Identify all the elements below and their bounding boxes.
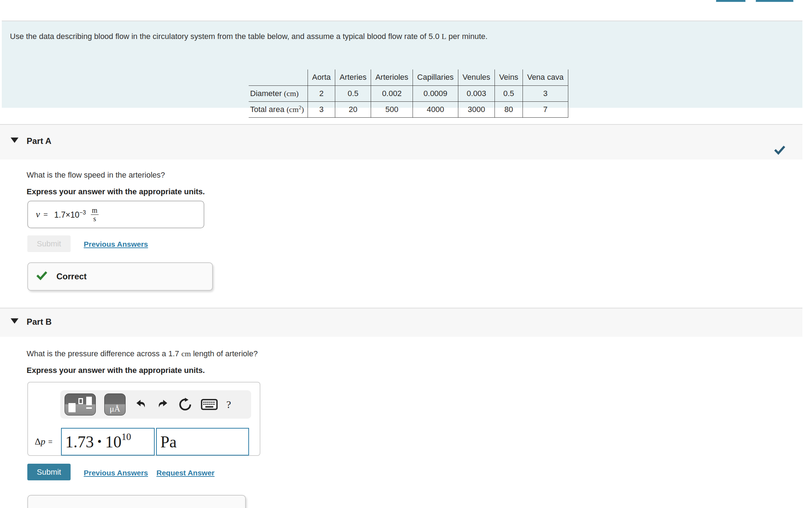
row-label-total-area: Total area (cm2) — [249, 101, 308, 117]
template-fraction-num-icon — [86, 397, 92, 405]
redo-icon — [156, 398, 170, 411]
math-templates-button[interactable] — [65, 393, 96, 415]
collapse-triangle-icon[interactable] — [11, 138, 18, 143]
part-b-previous-answers-link[interactable]: Previous Answers — [84, 469, 148, 477]
col-header-venules: Venules — [458, 69, 495, 85]
part-complete-check-icon — [774, 145, 785, 157]
header-button-partial-left[interactable] — [716, 0, 746, 2]
units-templates-button[interactable]: μÅ — [104, 393, 126, 415]
cell-diameter-vena-cava: 3 — [523, 85, 568, 101]
col-header-veins: Veins — [495, 69, 523, 85]
col-header-vena-cava: Vena cava — [523, 69, 568, 85]
table-row-total-area: Total area (cm2) 3 20 500 4000 3000 80 7 — [249, 101, 568, 117]
correct-check-icon — [37, 270, 47, 283]
units-glyph-icon: μÅ — [105, 404, 125, 414]
equals-sign: = — [48, 437, 53, 446]
keyboard-button[interactable] — [201, 399, 218, 410]
cell-diameter-arterioles: 0.002 — [371, 85, 413, 101]
cell-diameter-capillaries: 0.0009 — [413, 85, 458, 101]
row-label-text: Total area — [250, 105, 287, 114]
part-a-instruction: Express your answer with the appropriate… — [27, 187, 205, 196]
part-b-answer-editor: μÅ ? Δp = — [27, 382, 260, 456]
collapse-triangle-icon[interactable] — [11, 318, 18, 324]
reset-icon — [178, 397, 192, 412]
problem-statement: Use the data describing blood flow in th… — [10, 32, 487, 41]
value-base: 1010 — [105, 432, 131, 451]
row-label-unit: (cm) — [284, 89, 299, 98]
answer-value: 1.7×10−3 — [54, 210, 86, 220]
part-a-submit-button[interactable]: Submit — [27, 235, 71, 252]
help-button[interactable]: ? — [226, 398, 231, 411]
table-corner-cell — [249, 69, 308, 85]
part-a-title: Part A — [27, 136, 51, 146]
template-box-icon — [68, 403, 76, 412]
cell-diameter-venules: 0.003 — [458, 85, 495, 101]
part-a-question: What is the flow speed in the arterioles… — [27, 171, 165, 180]
equation-toolbar: μÅ ? — [60, 390, 251, 419]
row-label-diameter: Diameter (cm) — [249, 85, 308, 101]
col-header-arteries: Arteries — [335, 69, 371, 85]
part-b-submit-button[interactable]: Submit — [27, 464, 71, 480]
col-header-capillaries: Capillaries — [413, 69, 458, 85]
problem-statement-tail: per minute. — [446, 32, 487, 41]
cell-diameter-arteries: 0.5 — [335, 85, 371, 101]
cell-area-arterioles: 500 — [371, 101, 413, 117]
redo-button[interactable] — [156, 398, 170, 411]
part-b-feedback-box: Incorrect; Try Again; 3 attempts remaini… — [27, 495, 246, 508]
table-row-diameter: Diameter (cm) 2 0.5 0.002 0.0009 0.003 0… — [249, 85, 568, 101]
undo-button[interactable] — [134, 398, 148, 411]
cell-diameter-aorta: 2 — [308, 85, 335, 101]
template-superscript-icon — [78, 398, 83, 404]
delta-p-variable: Δp — [35, 436, 45, 447]
part-b-question: What is the pressure difference across a… — [27, 349, 258, 358]
cell-area-capillaries: 4000 — [413, 101, 458, 117]
part-b-instruction: Express your answer with the appropriate… — [27, 366, 205, 375]
cell-area-veins: 80 — [495, 101, 523, 117]
cell-area-arteries: 20 — [335, 101, 371, 117]
cell-area-venules: 3000 — [458, 101, 495, 117]
problem-statement-text: Use the data describing blood flow in th… — [10, 32, 442, 41]
answer-variable: v — [36, 209, 40, 220]
part-b-request-answer-link[interactable]: Request Answer — [156, 469, 215, 477]
units-value: Pa — [160, 432, 177, 451]
col-header-arterioles: Arterioles — [371, 69, 413, 85]
cell-area-vena-cava: 7 — [523, 101, 568, 117]
part-a-answer-field[interactable]: v = 1.7×10−3 m s — [27, 201, 204, 228]
multiplication-dot: • — [98, 435, 102, 448]
part-b-header[interactable]: Part B — [0, 308, 802, 337]
keyboard-icon — [201, 399, 218, 410]
table-header-row: Aorta Arteries Arterioles Capillaries Ve… — [249, 69, 568, 85]
part-a-header[interactable]: Part A — [0, 124, 802, 160]
length-unit: cm — [181, 349, 191, 358]
template-fraction-bar-icon — [86, 407, 92, 409]
header-button-partial-right[interactable] — [756, 0, 794, 2]
answer-units-fraction: m s — [91, 206, 99, 223]
equals-sign: = — [44, 210, 48, 219]
value-input[interactable]: 1.73 • 1010 — [61, 428, 155, 456]
correct-label: Correct — [56, 272, 87, 281]
value-mantissa: 1.73 — [65, 432, 94, 451]
row-label-text: Diameter — [250, 89, 284, 98]
problem-intro-panel: Use the data describing blood flow in th… — [2, 21, 802, 108]
part-b-answer-label: Δp = — [35, 436, 53, 447]
part-b-title: Part B — [27, 317, 52, 327]
cell-diameter-veins: 0.5 — [495, 85, 523, 101]
part-a-previous-answers-link[interactable]: Previous Answers — [84, 240, 148, 249]
row-label-unit: (cm2) — [287, 105, 304, 114]
part-a-feedback-box: Correct — [27, 262, 213, 291]
cell-area-aorta: 3 — [308, 101, 335, 117]
undo-icon — [134, 398, 148, 411]
units-input[interactable]: Pa — [156, 428, 249, 456]
reset-button[interactable] — [178, 397, 192, 412]
flow-rate-unit: L — [442, 32, 446, 41]
circulatory-data-table: Aorta Arteries Arterioles Capillaries Ve… — [249, 69, 568, 118]
col-header-aorta: Aorta — [308, 69, 335, 85]
